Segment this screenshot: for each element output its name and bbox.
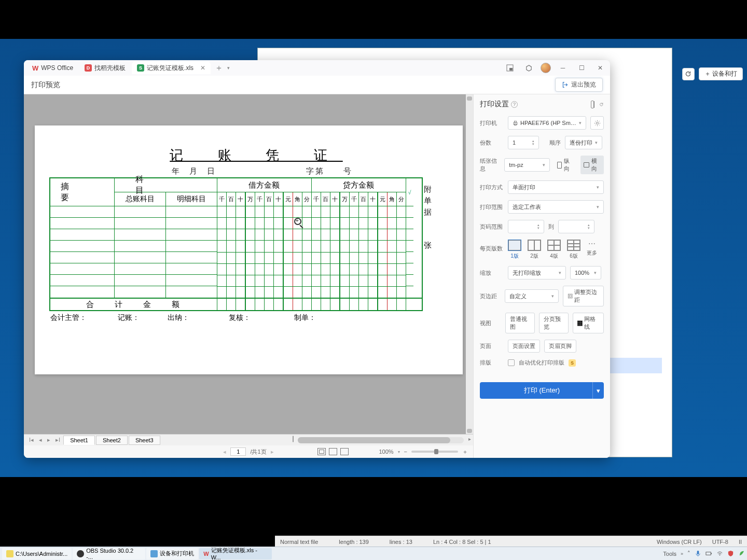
taskbar-item-wps[interactable]: W 记账凭证模板.xls - W...	[199, 548, 272, 559]
close-button[interactable]: ✕	[593, 61, 607, 75]
taskbar-item-devices[interactable]: 设备和打印机	[146, 548, 198, 559]
paper-select[interactable]: tm-pz▾	[504, 158, 550, 172]
horizontal-scrollbar[interactable]	[298, 437, 464, 443]
preview-header: 打印预览 退出预览	[24, 76, 610, 94]
orientation-landscape[interactable]: 横向	[580, 156, 604, 174]
label-layout: 每页版数	[480, 240, 504, 253]
tray-leaf-icon[interactable]	[738, 550, 745, 557]
svg-rect-3	[514, 121, 516, 122]
page-from-input[interactable]: ▴▾	[508, 220, 544, 233]
pager-next-icon[interactable]: ▸	[271, 449, 274, 455]
wps-logo-icon: W	[32, 64, 38, 72]
status-ins: II	[739, 539, 742, 545]
taskbar-tools[interactable]: Tools	[663, 551, 676, 557]
zoom-out-icon[interactable]: −	[404, 449, 407, 455]
auto-arrange-label: 自动优化打印排版	[519, 359, 564, 367]
panel-refresh-icon[interactable]	[599, 101, 604, 108]
print-dropdown-icon[interactable]: ▾	[592, 382, 604, 399]
cloud-icon[interactable]	[522, 61, 535, 75]
maximize-button[interactable]: ☐	[575, 61, 588, 75]
exit-icon	[562, 81, 569, 88]
user-avatar[interactable]	[541, 63, 551, 73]
panel-layout-icon[interactable]	[591, 101, 594, 108]
tab-close-icon[interactable]: ✕	[200, 64, 205, 72]
zoom-in-icon[interactable]: ＋	[462, 448, 468, 456]
margin-select[interactable]: 自定义▾	[505, 289, 559, 303]
view-mode-2-icon[interactable]	[329, 448, 337, 455]
header-footer-button[interactable]: 页眉页脚	[544, 340, 576, 353]
tab-bar: W WPS Office D 找稻壳模板 S 记账凭证模板.xls ✕ ＋ ▾ …	[24, 60, 610, 76]
vertical-scrollbar[interactable]	[466, 94, 473, 434]
sheet-first-icon[interactable]: I◂	[27, 437, 36, 443]
label-range: 打印范围	[480, 203, 504, 211]
taskbar-item-obs[interactable]: OBS Studio 30.0.2 -...	[73, 548, 145, 559]
taskbar-expand-icon[interactable]: »	[681, 551, 683, 556]
printer-settings-button[interactable]	[590, 116, 604, 130]
zoom-caret-icon[interactable]: ▾	[398, 450, 400, 454]
hscroll-right-icon[interactable]: ▸	[468, 436, 471, 442]
adjust-margin-button[interactable]: 调整页边距	[563, 286, 604, 306]
voucher-table: 摘 要 科 目 总账科目 明细科目	[49, 177, 423, 299]
total-label: 合 计 金 额	[50, 299, 217, 310]
tab-wps-office[interactable]: W WPS Office	[27, 62, 78, 74]
page-setup-button[interactable]: 页面设置	[508, 340, 540, 353]
layout-4up[interactable]: 4版	[547, 240, 561, 260]
label-mode: 打印方式	[480, 184, 504, 191]
scale-select[interactable]: 无打印缩放▾	[508, 266, 566, 279]
tray-battery-icon[interactable]	[706, 550, 712, 557]
attachment-label: 附 单 据	[424, 184, 432, 218]
sheets-label: 张	[424, 241, 432, 250]
layout-1up[interactable]: 1版	[508, 240, 521, 260]
tray-wifi-icon[interactable]	[716, 550, 723, 557]
order-select[interactable]: 逐份打印▾	[565, 136, 602, 149]
bg-refresh-button[interactable]	[682, 68, 695, 80]
sheet-tab-2[interactable]: Sheet2	[96, 436, 128, 445]
tray-mic-icon[interactable]	[695, 550, 701, 557]
tab-document[interactable]: S 记账凭证模板.xls ✕	[132, 62, 211, 74]
auto-arrange-checkbox[interactable]	[508, 359, 515, 366]
print-button[interactable]: 打印 (Enter) ▾	[480, 382, 604, 399]
sheet-prev-icon[interactable]: ◂	[37, 437, 44, 443]
voucher-total-row: 合 计 金 额	[49, 299, 423, 311]
pager-prev-icon[interactable]: ◂	[223, 449, 226, 455]
bg-add-device-button[interactable]: ＋ 设备和打	[699, 67, 743, 80]
pager-page-input[interactable]	[230, 447, 246, 456]
scale-pct-select[interactable]: 100%▾	[570, 266, 601, 279]
sheet-last-icon[interactable]: ▸I	[53, 437, 62, 443]
new-tab-button[interactable]: ＋	[212, 63, 226, 74]
tray-shield-icon[interactable]	[727, 550, 734, 557]
exit-preview-button[interactable]: 退出预览	[555, 78, 603, 92]
minimize-button[interactable]: ─	[556, 61, 570, 75]
label-printer: 打印机	[480, 119, 504, 127]
printer-select[interactable]: HPAEE7F6 (HP Smart Ta... ▾	[508, 116, 586, 130]
view-pagebreak-button[interactable]: 分页预览	[539, 313, 569, 333]
tab-templates[interactable]: D 找稻壳模板	[79, 62, 131, 74]
layout-6up[interactable]: 6版	[567, 240, 580, 260]
tab-list-caret-icon[interactable]: ▾	[227, 65, 230, 71]
sheet-next-icon[interactable]: ▸	[45, 437, 52, 443]
hscroll-sep-icon[interactable]: ┃	[292, 436, 295, 442]
zoom-slider[interactable]	[411, 451, 458, 453]
layout-more[interactable]: ⋯更多	[587, 240, 597, 260]
view-mode-1-icon[interactable]	[317, 448, 326, 455]
copies-input[interactable]: 1 ▴▾	[508, 136, 539, 149]
sheet-tab-3[interactable]: Sheet3	[129, 436, 160, 445]
layout-2up[interactable]: 2版	[528, 240, 541, 260]
sheet-tab-1[interactable]: Sheet1	[63, 436, 95, 445]
mode-select[interactable]: 单面打印▾	[508, 180, 604, 194]
page-to-input[interactable]: ▴▾	[558, 220, 594, 233]
pager-bar: ◂ /共1页 ▸ 100% ▾ − ＋	[24, 445, 473, 458]
print-settings-panel: 打印设置 ? 打印机 HPAEE7F6 (HP Smart Ta... ▾	[473, 94, 610, 458]
svg-point-11	[720, 554, 721, 555]
view-gridlines-button[interactable]: 网格线	[573, 313, 604, 333]
help-icon[interactable]: ?	[511, 101, 518, 108]
view-mode-3-icon[interactable]	[340, 448, 349, 455]
pip-icon[interactable]	[503, 61, 517, 75]
range-select[interactable]: 选定工作表▾	[508, 200, 604, 214]
printer-icon	[513, 120, 518, 127]
taskbar-item-file[interactable]: C:\Users\Administr...	[2, 548, 72, 559]
tray-chevron-icon[interactable]: ˄	[687, 550, 690, 557]
status-encoding: Windows (CR LF)	[657, 539, 702, 545]
orientation-portrait[interactable]: 纵向	[554, 156, 576, 174]
view-normal-button[interactable]: 普通视图	[505, 313, 535, 333]
